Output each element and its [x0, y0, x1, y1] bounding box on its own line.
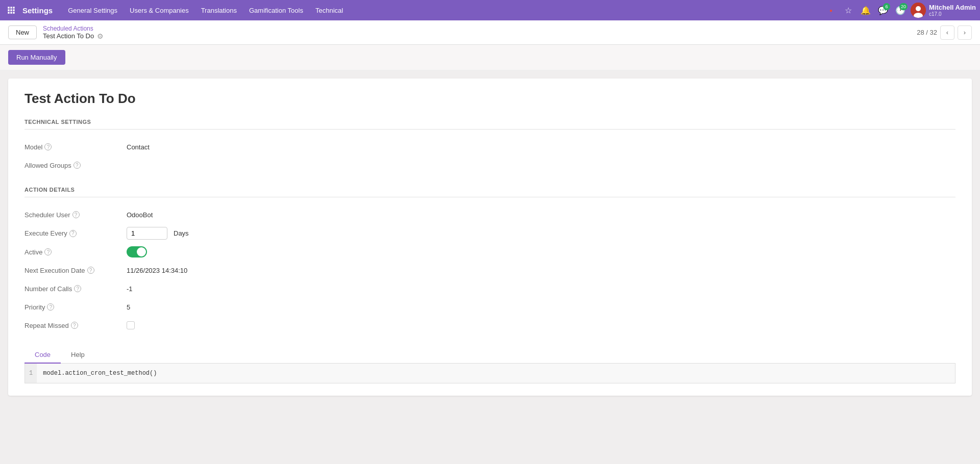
active-toggle[interactable]	[127, 246, 147, 257]
execute-every-value: Days	[127, 227, 955, 240]
brand-label[interactable]: Settings	[22, 6, 53, 15]
action-details-header: ACTION DETAILS	[24, 187, 955, 197]
menu-gamification-tools[interactable]: Gamification Tools	[244, 5, 308, 16]
settings-gear-icon[interactable]: ⚙	[97, 32, 104, 40]
priority-field-row: Priority ? 5	[24, 298, 955, 316]
model-field-row: Model ? Contact	[24, 138, 955, 156]
new-button[interactable]: New	[8, 25, 37, 39]
repeat-missed-help-icon[interactable]: ?	[71, 322, 78, 329]
repeat-missed-field-row: Repeat Missed ?	[24, 316, 955, 334]
scheduler-user-value[interactable]: OdooBot	[127, 211, 955, 219]
active-label: Active ?	[24, 248, 127, 256]
notification-dot-icon[interactable]: ●	[824, 3, 838, 17]
repeat-missed-label: Repeat Missed ?	[24, 322, 127, 329]
active-value	[127, 246, 955, 257]
chat-icon[interactable]: 💬 6	[876, 3, 890, 17]
next-execution-date-help-icon[interactable]: ?	[87, 267, 94, 274]
repeat-missed-checkbox[interactable]	[127, 321, 135, 329]
next-execution-date-label: Next Execution Date ?	[24, 267, 127, 274]
run-manually-button[interactable]: Run Manually	[8, 50, 65, 65]
topnav-right: ● ☆ 🔔 💬 6 🕐 20 Mitchell Admin c17.0	[824, 3, 976, 18]
technical-settings-header: TECHNICAL SETTINGS	[24, 119, 955, 130]
chat-badge: 6	[883, 3, 890, 10]
top-navigation: Settings General Settings Users & Compan…	[0, 0, 980, 20]
top-menu: General Settings Users & Companies Trans…	[63, 5, 824, 16]
scheduler-user-label: Scheduler User ?	[24, 211, 127, 219]
breadcrumb-current-label: Test Action To Do	[43, 32, 94, 40]
user-name: Mitchell Admin	[929, 4, 976, 11]
avatar[interactable]	[911, 3, 926, 18]
priority-value[interactable]: 5	[127, 303, 955, 311]
code-line-number: 1	[25, 364, 37, 383]
model-label: Model ?	[24, 143, 127, 151]
bell-icon[interactable]: 🔔	[859, 3, 873, 17]
number-of-calls-field-row: Number of Calls ? -1	[24, 279, 955, 298]
breadcrumb-parent[interactable]: Scheduled Actions	[43, 25, 104, 32]
number-of-calls-label: Number of Calls ?	[24, 285, 127, 293]
scheduler-user-help-icon[interactable]: ?	[72, 211, 80, 218]
menu-translations[interactable]: Translations	[196, 5, 242, 16]
menu-technical[interactable]: Technical	[310, 5, 348, 16]
record-title: Test Action To Do	[24, 91, 955, 107]
user-sub: c17.0	[929, 11, 976, 17]
scheduler-user-field-row: Scheduler User ? OdooBot	[24, 205, 955, 224]
svg-point-1	[916, 6, 921, 11]
pagination-label: 28 / 32	[917, 29, 937, 36]
clock-badge: 20	[899, 3, 908, 10]
priority-label: Priority ?	[24, 303, 127, 311]
tabs-container: Code Help	[24, 347, 955, 364]
execute-every-unit: Days	[174, 229, 189, 237]
number-of-calls-value[interactable]: -1	[127, 285, 955, 293]
code-content[interactable]: model.action_cron_test_method()	[43, 370, 157, 377]
user-info[interactable]: Mitchell Admin c17.0	[929, 4, 976, 17]
main-content: Test Action To Do TECHNICAL SETTINGS Mod…	[8, 79, 972, 396]
breadcrumb-left: New Scheduled Actions Test Action To Do …	[8, 25, 104, 40]
next-execution-date-value[interactable]: 11/26/2023 14:34:10	[127, 267, 955, 274]
clock-icon[interactable]: 🕐 20	[893, 3, 908, 17]
tab-code[interactable]: Code	[24, 347, 61, 364]
next-execution-date-field-row: Next Execution Date ? 11/26/2023 14:34:1…	[24, 261, 955, 279]
execute-every-help-icon[interactable]: ?	[69, 230, 77, 237]
active-help-icon[interactable]: ?	[44, 248, 52, 255]
next-record-button[interactable]: ›	[958, 25, 972, 40]
allowed-groups-label: Allowed Groups ?	[24, 162, 127, 169]
execute-every-number-input[interactable]	[127, 227, 167, 240]
execute-every-label: Execute Every ?	[24, 229, 127, 237]
repeat-missed-value	[127, 321, 955, 329]
breadcrumb-path: Scheduled Actions Test Action To Do ⚙	[43, 25, 104, 40]
code-area: 1 model.action_cron_test_method()	[24, 364, 955, 383]
menu-general-settings[interactable]: General Settings	[63, 5, 122, 16]
tab-help[interactable]: Help	[61, 347, 95, 364]
menu-users-companies[interactable]: Users & Companies	[125, 5, 194, 16]
breadcrumb-current: Test Action To Do ⚙	[43, 32, 104, 40]
breadcrumb-right: 28 / 32 ‹ ›	[917, 25, 972, 40]
priority-help-icon[interactable]: ?	[47, 303, 54, 311]
breadcrumb-bar: New Scheduled Actions Test Action To Do …	[0, 20, 980, 45]
allowed-groups-field-row: Allowed Groups ?	[24, 156, 955, 174]
execute-every-field-row: Execute Every ? Days	[24, 224, 955, 243]
number-of-calls-help-icon[interactable]: ?	[74, 285, 81, 292]
prev-record-button[interactable]: ‹	[940, 25, 954, 40]
model-value[interactable]: Contact	[127, 143, 955, 151]
apps-icon[interactable]	[4, 3, 18, 17]
model-help-icon[interactable]: ?	[44, 143, 52, 150]
active-field-row: Active ?	[24, 243, 955, 261]
action-toolbar: Run Manually	[0, 45, 980, 70]
star-icon[interactable]: ☆	[841, 3, 855, 17]
allowed-groups-help-icon[interactable]: ?	[74, 162, 81, 169]
